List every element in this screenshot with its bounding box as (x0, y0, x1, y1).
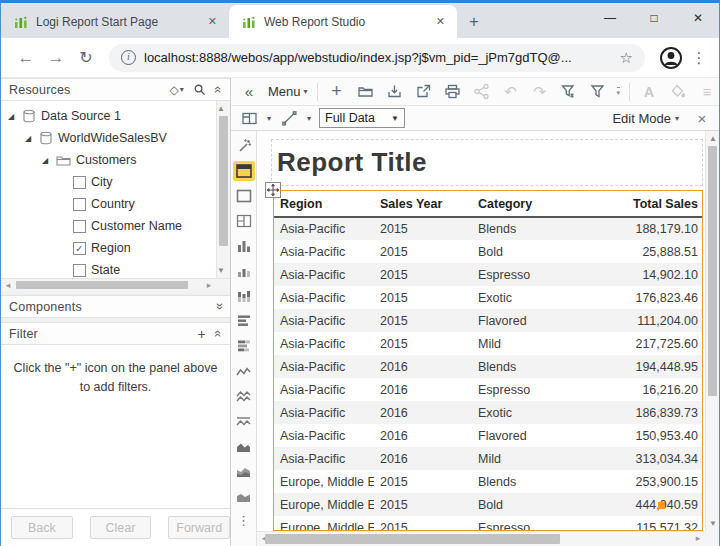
report-title[interactable]: Report Title (277, 147, 427, 178)
browser-menu-icon[interactable]: ⋮ (689, 49, 709, 67)
table-row[interactable]: Asia-Pacific2016Mild313,034.34 (274, 447, 703, 470)
scroll-right-icon[interactable]: ▸ (691, 533, 705, 543)
table-row[interactable]: Asia-Pacific2015Mild217,725.60 (274, 332, 703, 355)
field-checkbox[interactable] (73, 264, 86, 277)
more-components-icon[interactable]: ⋮ (233, 511, 255, 531)
search-icon[interactable] (193, 83, 206, 96)
nav-back-icon[interactable]: ← (11, 48, 41, 68)
menu-button[interactable]: Menu ▾ (268, 84, 308, 99)
stacked-area-chart-icon[interactable] (233, 461, 255, 481)
share-icon[interactable] (472, 82, 492, 102)
scroll-left-icon[interactable]: ◂ (1, 280, 15, 290)
tab-close-icon[interactable]: ✕ (434, 15, 447, 28)
report-header-area[interactable]: Report Title (271, 139, 703, 186)
resources-panel-header[interactable]: Resources ◇▾ « (1, 78, 230, 101)
field-checkbox[interactable] (73, 220, 86, 233)
browser-tab-start-page[interactable]: Logi Report Start Page ✕ (1, 5, 229, 38)
table-row[interactable]: Asia-Pacific2016Exotic186,839.73 (274, 401, 703, 424)
tree-horizontal-scrollbar[interactable]: ◂ ▸ (1, 278, 230, 291)
print-icon[interactable] (443, 82, 463, 102)
scrollbar-thumb[interactable] (16, 281, 188, 289)
scroll-up-icon[interactable]: ▲ (706, 134, 719, 143)
align-icon[interactable]: ≡ (697, 82, 717, 102)
collapse-panel-icon[interactable]: « (211, 86, 226, 93)
stacked-horizontal-bar-icon[interactable] (233, 336, 255, 356)
tree-item-country[interactable]: Country (1, 193, 216, 215)
conditional-filter-icon[interactable] (559, 82, 579, 102)
expand-icon[interactable]: ◢ (8, 112, 17, 121)
minimize-button[interactable]: — (603, 11, 617, 25)
collapse-panel-icon[interactable]: « (211, 330, 226, 337)
expand-icon[interactable]: ◢ (42, 156, 51, 165)
tree-item-customer-name[interactable]: Customer Name (1, 215, 216, 237)
export-icon[interactable] (414, 82, 434, 102)
reload-icon[interactable]: ↻ (71, 48, 101, 67)
report-canvas[interactable]: Report Title Regio (257, 131, 719, 546)
font-color-icon[interactable]: A (639, 82, 659, 102)
scrollbar-thumb[interactable] (219, 116, 228, 246)
filter-icon[interactable] (588, 82, 608, 102)
new-tab-button[interactable]: + (457, 12, 491, 38)
column-header-category[interactable]: Category (472, 191, 599, 217)
redo-icon[interactable]: ↷ (530, 82, 550, 102)
table-row[interactable]: Asia-Pacific2015Bold25,888.51 (274, 240, 703, 263)
table-row[interactable]: Asia-Pacific2015Exotic176,823.46 (274, 286, 703, 309)
tree-item-worldwidesalesbv[interactable]: ◢WorldWideSalesBV (1, 127, 216, 149)
multi-line-chart-icon[interactable] (233, 386, 255, 406)
bookmark-star-icon[interactable]: ☆ (620, 49, 633, 67)
table-row[interactable]: Asia-Pacific2015Blends188,179.10 (274, 217, 703, 240)
close-report-icon[interactable]: × (693, 110, 711, 127)
scroll-down-icon[interactable]: ▼ (217, 266, 225, 275)
benchmark-line-chart-icon[interactable] (233, 411, 255, 431)
tree-item-customers[interactable]: ◢Customers (1, 149, 216, 171)
forward-button[interactable]: Forward (168, 516, 230, 539)
expand-icon[interactable]: ◢ (25, 134, 34, 143)
maximize-button[interactable]: □ (647, 11, 661, 25)
subreport-panels-icon[interactable] (233, 211, 255, 231)
back-button[interactable]: Back (11, 516, 73, 539)
column-chart-icon[interactable] (233, 286, 255, 306)
tree-item-data-source-1[interactable]: ◢Data Source 1 (1, 105, 216, 127)
bar-chart-icon[interactable] (233, 236, 255, 256)
scrollbar-thumb[interactable] (265, 534, 560, 544)
table-row[interactable]: Europe, Middle Ea2015Blends253,900.15 (274, 470, 703, 493)
nav-forward-icon[interactable]: → (41, 48, 71, 68)
field-checkbox[interactable]: ✓ (73, 242, 86, 255)
url-text[interactable]: localhost:8888/webos/app/webstudio/index… (144, 50, 612, 65)
table-row[interactable]: Asia-Pacific2016Blends194,448.95 (274, 355, 703, 378)
sort-icon[interactable]: ◇▾ (170, 83, 184, 97)
table-row[interactable]: Europe, Middle Ea2015Bold444,040.59 (274, 493, 703, 516)
data-mode-select[interactable]: Full Data ▼ (319, 108, 405, 128)
filter-panel-header[interactable]: Filter + « (1, 322, 230, 345)
stacked-bar-chart-icon[interactable] (233, 261, 255, 281)
profile-avatar-icon[interactable] (659, 46, 683, 70)
column-header-region[interactable]: Region (274, 191, 374, 217)
selection-resize-handle[interactable] (658, 502, 665, 509)
close-window-button[interactable]: ✕ (691, 11, 705, 25)
scroll-down-icon[interactable]: ▼ (706, 519, 719, 528)
scrollbar-thumb[interactable] (708, 146, 717, 396)
components-panel-header[interactable]: Components « (1, 295, 230, 318)
filter-options-icon[interactable]: ▾ (617, 87, 621, 96)
canvas-horizontal-scrollbar[interactable]: ◂ ▸ (257, 531, 705, 546)
report-table[interactable]: Region Sales Year Category Total Sales A… (273, 190, 703, 531)
column-header-total-sales[interactable]: Total Sales (599, 191, 703, 217)
table-row[interactable]: Asia-Pacific2016Espresso16,216.20 (274, 378, 703, 401)
tree-item-region[interactable]: ✓Region (1, 237, 216, 259)
tree-item-city[interactable]: City (1, 171, 216, 193)
table-row[interactable]: Asia-Pacific2016Flavored150,953.40 (274, 424, 703, 447)
area-chart-icon[interactable] (233, 436, 255, 456)
field-checkbox[interactable] (73, 198, 86, 211)
column-header-sales-year[interactable]: Sales Year (374, 191, 472, 217)
clear-button[interactable]: Clear (90, 516, 152, 539)
canvas-vertical-scrollbar[interactable]: ▲ ▼ (705, 131, 719, 531)
draw-caret-icon[interactable]: ▾ (307, 114, 311, 123)
site-info-icon[interactable]: i (121, 50, 136, 65)
banded-table-icon[interactable] (233, 161, 255, 181)
page-layout-icon[interactable] (239, 108, 259, 128)
new-report-icon[interactable]: + (327, 82, 347, 102)
expand-panel-icon[interactable]: « (211, 303, 226, 310)
save-icon[interactable] (385, 82, 405, 102)
undo-icon[interactable]: ↶ (501, 82, 521, 102)
open-report-icon[interactable] (356, 82, 376, 102)
